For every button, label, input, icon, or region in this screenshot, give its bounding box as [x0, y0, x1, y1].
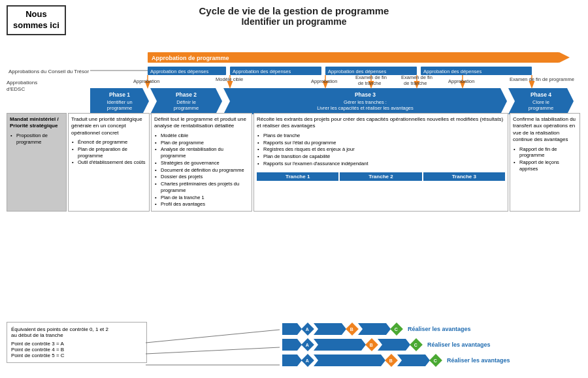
phase-1-arrow: Phase 1 Identifier unprogramme	[90, 88, 149, 114]
col-phase4: Confirme la stabilisation du transfert a…	[510, 113, 580, 212]
content-columns: Mandat ministériel / Priorité stratégiqu…	[7, 113, 580, 212]
svg-text:Approbation des dépenses: Approbation des dépenses	[328, 69, 386, 74]
svg-line-31	[146, 330, 280, 343]
col-mandat: Mandat ministériel / Priorité stratégiqu…	[7, 113, 67, 212]
nous-sommes-box: Nous sommes ici	[7, 5, 66, 35]
title-area: Cycle de vie de la gestion de programme …	[5, 5, 583, 27]
svg-text:Examen de fin: Examen de fin	[401, 74, 433, 80]
phases-row: Phase 1 Identifier unprogramme Phase 2 D…	[90, 88, 574, 114]
svg-text:Approbation des dépenses: Approbation des dépenses	[423, 69, 482, 74]
legend-box: Équivalent des points de contrôle 0, 1 e…	[7, 322, 147, 363]
realiser-label-3: Réaliser les avantages	[447, 357, 510, 364]
sub-title: Identifier un programme	[5, 16, 583, 27]
diamond-C-1: C	[390, 323, 403, 336]
tranche-2-label: Tranche 2	[340, 172, 421, 181]
svg-text:Examen de fin de programme: Examen de fin de programme	[510, 76, 574, 82]
diamond-C-3: C	[429, 354, 442, 367]
tranche-row-3: A B C Réaliser les avantages	[282, 354, 510, 366]
svg-text:Approbations du Conseil du Tré: Approbations du Conseil du Trésor	[8, 69, 90, 74]
tranche-row-2: A B C Réaliser les avantages	[282, 339, 491, 351]
svg-rect-11	[421, 67, 532, 75]
diamond-A-1: A	[301, 323, 314, 336]
diamond-B-3: B	[385, 354, 398, 367]
svg-text:Approbations: Approbations	[7, 80, 37, 86]
diamond-C-2: C	[410, 338, 423, 351]
diagram-layout: Approbation de programme Approbations du…	[5, 29, 581, 378]
tranche-row-1: A B C Réaliser les avantages	[282, 323, 471, 335]
svg-text:de tranche: de tranche	[404, 80, 427, 86]
svg-text:Approbation: Approbation	[133, 78, 159, 84]
svg-rect-5	[148, 67, 226, 75]
svg-rect-9	[325, 67, 417, 75]
phase-4-arrow: Phase 4 Clore leprogramme	[508, 88, 574, 114]
col-phase2: Définit tout le programme et produit une…	[151, 113, 252, 212]
main-title: Cycle de vie de la gestion de programme	[5, 5, 583, 16]
svg-marker-1	[559, 52, 570, 63]
svg-rect-7	[230, 67, 321, 75]
svg-text:Approbation de programme: Approbation de programme	[152, 55, 229, 61]
realiser-label-2: Réaliser les avantages	[427, 341, 491, 348]
svg-rect-0	[148, 52, 559, 63]
diamond-A-3: A	[301, 354, 314, 367]
diamond-A-2: A	[301, 338, 314, 351]
realiser-label-1: Réaliser les avantages	[408, 326, 471, 332]
svg-text:Examen de fin: Examen de fin	[355, 74, 387, 80]
tranche-3-label: Tranche 3	[423, 172, 505, 181]
phase-3-arrow: Phase 3 Gérer les tranches :Livrer les c…	[223, 88, 507, 114]
svg-text:de tranche: de tranche	[358, 80, 381, 86]
diamond-B-1: B	[346, 323, 359, 336]
svg-text:Approbation: Approbation	[448, 78, 474, 84]
col-phase3: Récolte les extrants des projets pour cr…	[253, 113, 508, 212]
svg-text:Approbation: Approbation	[311, 78, 337, 84]
svg-text:d'EDSC: d'EDSC	[7, 86, 25, 92]
svg-text:Approbation des dépenses: Approbation des dépenses	[233, 69, 291, 74]
main-container: Cycle de vie de la gestion de programme …	[0, 0, 588, 378]
phase-2-arrow: Phase 2 Définir leprogramme	[150, 88, 222, 114]
tranche-1-label: Tranche 1	[257, 172, 338, 181]
tranche-labels: Tranche 1 Tranche 2 Tranche 3	[257, 172, 505, 181]
diamond-B-2: B	[365, 338, 378, 351]
svg-text:Modèle cible: Modèle cible	[216, 76, 243, 82]
svg-line-32	[146, 347, 280, 354]
col-phase1: Traduit une priorité stratégique général…	[68, 113, 150, 212]
svg-text:Approbation des dépenses: Approbation des dépenses	[150, 69, 208, 74]
